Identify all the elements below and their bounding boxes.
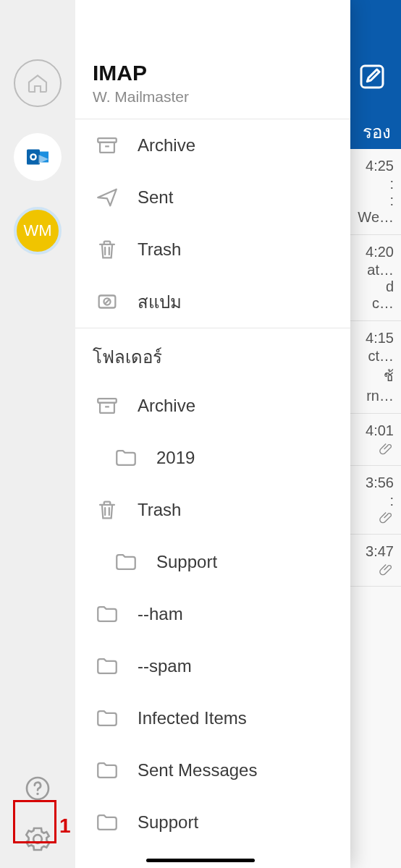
mail-row[interactable]: 4:01 bbox=[350, 414, 401, 466]
folder-icon bbox=[93, 756, 122, 785]
mail-time: 3:56 bbox=[366, 475, 394, 491]
folder-label: Infected Items bbox=[138, 708, 247, 728]
spam-icon bbox=[93, 287, 122, 316]
folder-item[interactable]: --ham bbox=[75, 588, 350, 640]
outlook-account-avatar[interactable] bbox=[14, 133, 62, 181]
folder-label: Trash bbox=[138, 500, 181, 520]
mail-snippet: rn… bbox=[366, 388, 394, 404]
account-name: W. Mailmaster bbox=[93, 88, 333, 106]
folder-item[interactable]: 2019 bbox=[75, 432, 350, 484]
folder-item[interactable]: Infected Items bbox=[75, 692, 350, 744]
mail-snippet: We… bbox=[358, 209, 394, 226]
folder-icon bbox=[111, 548, 140, 576]
imap-account-avatar[interactable]: WM bbox=[14, 207, 62, 255]
folder-item[interactable]: Trash bbox=[75, 484, 350, 536]
mail-snippet: c… bbox=[372, 295, 394, 312]
account-type: IMAP bbox=[93, 61, 333, 85]
folder-label: Archive bbox=[138, 135, 195, 156]
folder-item[interactable]: Archive bbox=[75, 119, 350, 171]
mail-snippet: : bbox=[389, 493, 394, 509]
mail-time: 3:47 bbox=[366, 543, 394, 560]
folder-label: Support bbox=[156, 552, 217, 572]
folder-item[interactable]: --spam bbox=[75, 640, 350, 692]
folder-item[interactable]: สแปม bbox=[75, 276, 350, 328]
attachment-icon bbox=[379, 511, 394, 525]
mail-row[interactable]: 4:25::We… bbox=[350, 149, 401, 235]
mail-list-peek: 4:25::We…4:20at…d c…4:15ct…ช้rn…4:013:56… bbox=[350, 149, 401, 868]
account-header[interactable]: IMAP W. Mailmaster bbox=[75, 0, 350, 119]
mail-snippet: at… bbox=[367, 262, 394, 278]
mail-time: 4:20 bbox=[366, 244, 394, 260]
folder-icon bbox=[93, 808, 122, 837]
archive-icon bbox=[93, 131, 122, 160]
filter-label[interactable]: รอง bbox=[363, 118, 391, 146]
folder-item[interactable]: Sent Messages bbox=[75, 744, 350, 796]
help-button[interactable] bbox=[23, 774, 52, 803]
mail-time: 4:15 bbox=[366, 330, 394, 346]
folder-label: Sent Messages bbox=[138, 760, 257, 780]
sent-icon bbox=[93, 183, 122, 212]
folder-icon bbox=[93, 704, 122, 733]
mail-snippet: : bbox=[389, 176, 394, 192]
avatar-initials: WM bbox=[23, 221, 51, 240]
folder-item[interactable]: Support bbox=[75, 796, 350, 848]
mail-row[interactable]: 4:20at…d c… bbox=[350, 235, 401, 321]
trash-icon bbox=[93, 495, 122, 524]
folder-label: Trash bbox=[138, 239, 181, 260]
mail-time: 4:25 bbox=[366, 158, 394, 174]
folder-label: สแปม bbox=[138, 288, 182, 316]
account-rail: WM bbox=[0, 0, 75, 868]
mail-snippet: d bbox=[386, 278, 394, 295]
mail-snippet: ct… bbox=[368, 348, 394, 365]
folder-label: --spam bbox=[138, 656, 192, 676]
folder-item[interactable]: Archive bbox=[75, 380, 350, 432]
annotation-number: 1 bbox=[59, 814, 71, 838]
folder-label: 2019 bbox=[156, 448, 195, 468]
folder-icon bbox=[93, 600, 122, 629]
home-indicator[interactable] bbox=[146, 859, 255, 862]
folder-item[interactable]: Support bbox=[75, 536, 350, 588]
trash-icon bbox=[93, 235, 122, 264]
archive-icon bbox=[93, 391, 122, 420]
mail-snippet: ช้ bbox=[384, 365, 394, 388]
folder-label: Archive bbox=[138, 396, 195, 416]
mail-time: 4:01 bbox=[366, 422, 394, 439]
home-button[interactable] bbox=[14, 59, 62, 107]
folders-section-header: โฟลเดอร์ bbox=[75, 328, 350, 380]
attachment-icon bbox=[379, 442, 394, 456]
folder-icon bbox=[93, 652, 122, 681]
folder-label: --ham bbox=[138, 604, 183, 624]
mail-row[interactable]: 3:56: bbox=[350, 466, 401, 535]
annotation-box bbox=[13, 800, 56, 843]
folder-item[interactable]: Sent bbox=[75, 171, 350, 224]
folder-icon bbox=[111, 443, 140, 472]
mail-row[interactable]: 3:47 bbox=[350, 535, 401, 587]
folder-label: Sent bbox=[138, 187, 173, 208]
attachment-icon bbox=[379, 563, 394, 577]
folder-label: Support bbox=[138, 812, 198, 833]
folder-drawer: IMAP W. Mailmaster ArchiveSentTrashสแปมโ… bbox=[75, 0, 350, 868]
mail-row[interactable]: 4:15ct…ช้rn… bbox=[350, 321, 401, 414]
folder-item[interactable]: Trash bbox=[75, 224, 350, 276]
mail-snippet: : bbox=[389, 192, 394, 209]
compose-button[interactable] bbox=[358, 62, 387, 91]
